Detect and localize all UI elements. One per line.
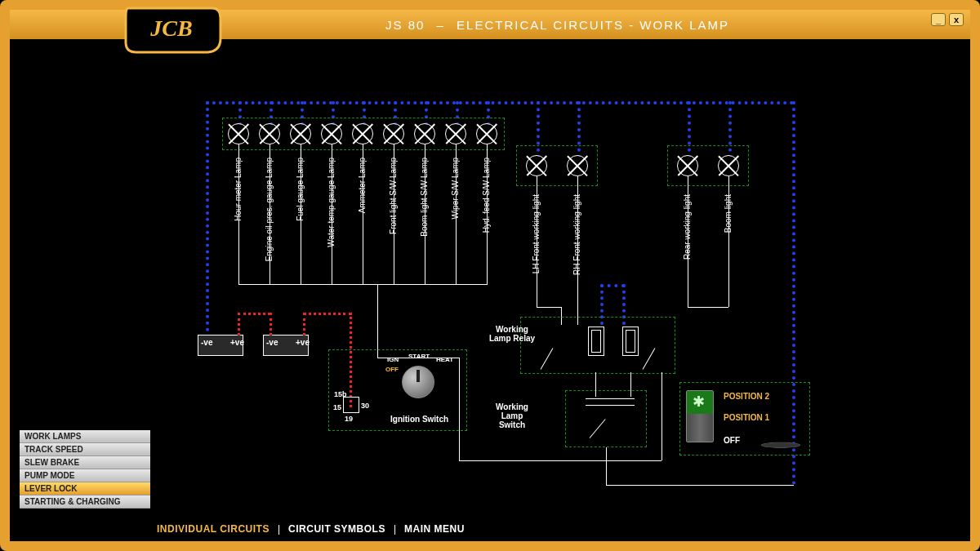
wire (606, 447, 607, 485)
wire (586, 405, 635, 406)
wire-drop (206, 101, 209, 338)
lamp-symbol (526, 155, 547, 176)
lamp-symbol (228, 123, 249, 144)
terminal-block (343, 397, 359, 413)
terminal-label: 19 (345, 415, 353, 423)
lamp-symbol (445, 123, 466, 144)
wire-bus (206, 101, 794, 104)
ignition-knob[interactable] (402, 366, 434, 398)
title-bar: JCB JS 80 – ELECTRICAL CIRCUITS - WORK L… (10, 10, 970, 39)
section-name: ELECTRICAL CIRCUITS - WORK LAMP (457, 18, 729, 32)
lamp-symbol (567, 155, 588, 176)
wire (586, 398, 635, 399)
relay-coil (588, 327, 604, 356)
wire (459, 460, 662, 461)
lamp-symbol (414, 123, 435, 144)
lamp-symbol (352, 123, 373, 144)
wire (238, 144, 239, 285)
wire-power (303, 313, 352, 315)
wire (600, 284, 625, 287)
menu-item-starting-charging[interactable]: STARTING & CHARGING (20, 495, 150, 509)
terminal-label: 15b (334, 390, 347, 398)
wire (537, 307, 561, 308)
position-off-label: OFF (724, 436, 740, 445)
lamp-icon (693, 395, 707, 410)
menu-item-pump-mode[interactable]: PUMP MODE (20, 469, 150, 482)
wire (363, 144, 363, 285)
nav-main-menu[interactable]: MAIN MENU (404, 523, 465, 535)
app-frame: JCB JS 80 – ELECTRICAL CIRCUITS - WORK L… (0, 0, 980, 551)
lamp-symbol (476, 123, 497, 144)
wire (332, 144, 332, 285)
battery-neg: -ve (201, 338, 212, 347)
relay-coil (622, 327, 639, 356)
switch-label: Working Lamp Switch (488, 402, 537, 429)
wire (577, 176, 578, 307)
wire (238, 284, 488, 285)
wire (459, 358, 460, 460)
terminal-label: 15 (333, 403, 341, 411)
wire (377, 284, 378, 358)
lamp-symbol (677, 155, 698, 176)
minimize-button[interactable]: _ (931, 13, 946, 26)
battery-pos: +ve (296, 338, 310, 347)
wire (577, 307, 578, 325)
relay-label: Working Lamp Relay (488, 325, 537, 343)
wire (688, 307, 728, 308)
menu-item-work-lamps[interactable]: WORK LAMPS (20, 430, 150, 443)
wire-power (303, 313, 305, 335)
lamp-symbol (718, 155, 739, 176)
circuit-menu: WORK LAMPS TRACK SPEED SLEW BRAKE PUMP M… (20, 430, 150, 509)
lamp-symbol (383, 123, 404, 144)
wire (688, 176, 688, 307)
window-controls: _ x (931, 13, 964, 26)
wire (456, 144, 457, 285)
circuit-diagram: Hour meter Lamp Engine oil pres. gauge L… (132, 39, 960, 517)
nav-circuit-symbols[interactable]: CIRCUIT SYMBOLS (288, 523, 385, 535)
ign-pos-label: OFF (385, 366, 399, 373)
ign-pos-label: IGN (387, 356, 399, 363)
wire-power (238, 313, 270, 315)
lamp-symbol (290, 123, 311, 144)
wire (630, 372, 631, 397)
position-1-label: POSITION 1 (724, 413, 769, 422)
model-name: JS 80 (385, 18, 425, 32)
page-title: JS 80 – ELECTRICAL CIRCUITS - WORK LAMP (385, 18, 729, 32)
wire (301, 144, 301, 285)
wire-power (238, 313, 240, 335)
wire (394, 144, 394, 285)
ign-pos-label: START (408, 353, 430, 360)
wire-power (270, 313, 272, 335)
wire (606, 485, 794, 486)
bottom-nav: INDIVIDUAL CIRCUITS | CIRCUIT SYMBOLS | … (10, 517, 970, 541)
wire (537, 176, 537, 307)
wire (425, 144, 425, 285)
svg-text:JCB: JCB (149, 16, 192, 41)
lamp-symbol (321, 123, 342, 144)
close-button[interactable]: x (949, 13, 964, 26)
wire (728, 176, 729, 307)
ignition-label: Ignition Switch (390, 415, 448, 424)
wire (487, 144, 488, 285)
ign-pos-label: HEAT (436, 356, 453, 363)
menu-item-lever-lock[interactable]: LEVER LOCK (20, 482, 150, 495)
jcb-logo: JCB (124, 2, 222, 59)
battery-pos: +ve (230, 338, 244, 347)
menu-item-slew-brake[interactable]: SLEW BRAKE (20, 456, 150, 469)
battery-neg: -ve (266, 338, 278, 347)
wire (662, 372, 662, 460)
wire (595, 372, 596, 397)
nav-individual-circuits[interactable]: INDIVIDUAL CIRCUITS (157, 523, 270, 535)
wire (270, 144, 270, 285)
position-2-label: POSITION 2 (724, 392, 769, 401)
menu-item-track-speed[interactable]: TRACK SPEED (20, 443, 150, 456)
terminal-label: 30 (361, 402, 369, 410)
lamp-symbol (259, 123, 280, 144)
rocker-switch[interactable] (686, 390, 714, 442)
